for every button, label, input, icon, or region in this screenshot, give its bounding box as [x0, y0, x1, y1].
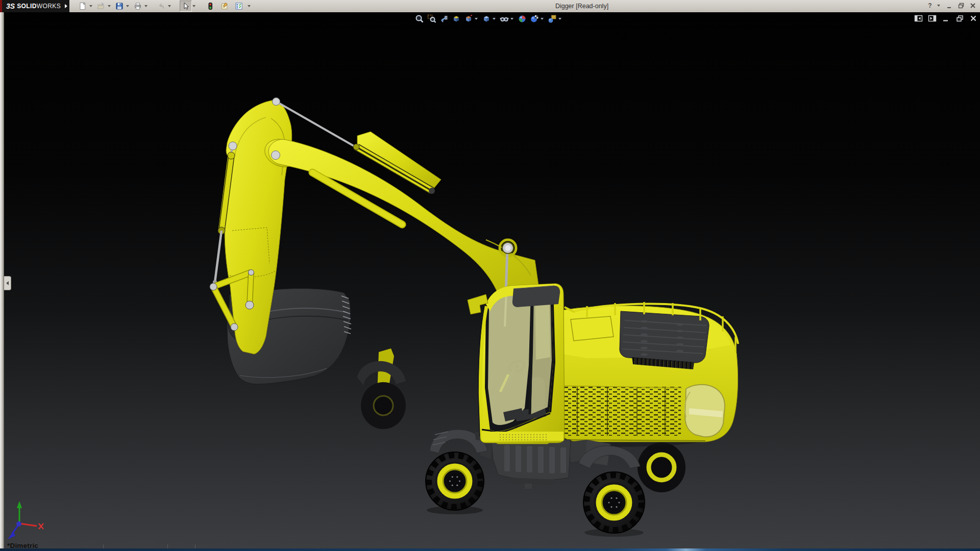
- close-document-button[interactable]: [968, 14, 978, 22]
- select-tool-button[interactable]: [180, 1, 192, 12]
- display-style-button[interactable]: [480, 14, 492, 24]
- windshield-glass: [488, 292, 531, 425]
- rear-opening: [685, 385, 725, 437]
- z-axis-arrow: [8, 532, 15, 539]
- undo-dropdown-arrow[interactable]: [168, 5, 171, 7]
- zoom-to-area-icon: [427, 14, 436, 23]
- print-icon: [134, 2, 142, 10]
- solidworks-logo: 3S SOLID WORKS: [0, 0, 62, 12]
- help-icon: ?: [928, 2, 932, 9]
- pane-right-icon: [928, 15, 937, 22]
- status-separator: [167, 544, 168, 548]
- view-settings-button[interactable]: [528, 14, 540, 24]
- print-dropdown-arrow[interactable]: [144, 5, 148, 7]
- feature-manager-splitter[interactable]: [0, 12, 4, 548]
- save-floppy-icon: [115, 2, 124, 10]
- side-glass: [531, 290, 552, 414]
- new-document-icon: [79, 2, 87, 10]
- hide-show-items-button[interactable]: [498, 14, 510, 24]
- restore-button[interactable]: [956, 1, 966, 10]
- x-axis-label: [39, 523, 43, 529]
- simulation-button[interactable]: [204, 1, 216, 12]
- zoom-to-area-button[interactable]: [426, 14, 437, 24]
- open-button[interactable]: [95, 1, 107, 12]
- help-dropdown-arrow[interactable]: [937, 5, 940, 7]
- new-document-button[interactable]: [77, 1, 89, 12]
- sketch-notepad-icon: [220, 2, 229, 10]
- hide-show-dropdown-arrow[interactable]: [510, 18, 513, 20]
- undo-button[interactable]: [155, 1, 167, 12]
- view-settings-sphere-icon: [530, 14, 539, 23]
- side-vent-grilles: [556, 386, 682, 436]
- far-side-wheel[interactable]: [357, 348, 406, 429]
- open-dropdown-arrow[interactable]: [108, 5, 111, 7]
- feature-manager-collapse-tab[interactable]: [4, 276, 11, 290]
- document-title: Digger [Read-only]: [555, 3, 608, 10]
- excavator-model[interactable]: [0, 12, 980, 551]
- rear-right-wheel[interactable]: [638, 442, 685, 492]
- minimize-button[interactable]: [944, 1, 954, 10]
- graphics-viewport[interactable]: *Dimetric: [0, 12, 980, 551]
- edit-appearance-dropdown-arrow[interactable]: [558, 18, 561, 20]
- traffic-light-icon: [206, 2, 214, 10]
- flyout-arrow-icon: [65, 4, 67, 8]
- close-icon: [969, 2, 976, 9]
- edit-appearance-button[interactable]: [546, 14, 558, 24]
- options-checklist-icon: [235, 2, 243, 10]
- help-button[interactable]: ?: [925, 1, 935, 10]
- view-orientation-button[interactable]: [462, 14, 474, 24]
- pane-right-button[interactable]: [927, 14, 937, 22]
- edit-appearance-icon: [548, 14, 557, 23]
- restore-icon: [958, 2, 965, 9]
- sketch-notes-button[interactable]: [218, 1, 231, 12]
- solidworks-window: 3S SOLID WORKS: [0, 0, 980, 551]
- display-style-icon: [482, 14, 491, 23]
- options-button[interactable]: [233, 1, 245, 12]
- collapse-arrow-icon: [6, 281, 9, 285]
- brand-works: WORKS: [37, 3, 61, 10]
- section-view-button[interactable]: [450, 14, 462, 24]
- brand-3ds-icon: 3S: [6, 2, 15, 10]
- save-dropdown-arrow[interactable]: [126, 5, 129, 7]
- minimize-icon: [946, 2, 953, 9]
- options-dropdown-arrow[interactable]: [248, 5, 251, 7]
- apply-scene-sphere-icon: [518, 14, 527, 23]
- engine-cover[interactable]: [620, 311, 709, 369]
- orientation-triad[interactable]: [8, 501, 43, 539]
- taskbar-edge: [0, 548, 980, 551]
- status-separator: [103, 544, 104, 548]
- title-bar: 3S SOLID WORKS: [0, 0, 980, 13]
- previous-view-button[interactable]: [438, 14, 450, 24]
- close-button[interactable]: [968, 1, 978, 10]
- menu-flyout-button[interactable]: [62, 0, 69, 12]
- apply-scene-button[interactable]: [516, 14, 528, 24]
- window-controls: ?: [925, 1, 978, 10]
- new-dropdown-arrow[interactable]: [89, 5, 92, 7]
- cab[interactable]: [468, 284, 565, 443]
- open-folder-icon: [97, 2, 105, 10]
- y-axis-arrow: [17, 501, 22, 508]
- pane-left-button[interactable]: [913, 14, 923, 22]
- heads-up-view-toolbar: [413, 14, 564, 24]
- section-view-icon: [452, 14, 461, 23]
- view-orientation-icon: [464, 14, 473, 23]
- brand-solid: SOLID: [17, 3, 37, 10]
- display-style-dropdown-arrow[interactable]: [493, 18, 496, 20]
- rear-left-wheel[interactable]: [583, 472, 645, 537]
- document-window-controls: [913, 14, 978, 22]
- restore-document-button[interactable]: [954, 14, 965, 22]
- status-separator: [195, 544, 195, 548]
- view-orientation-dropdown-arrow[interactable]: [475, 18, 478, 20]
- previous-view-icon: [439, 14, 449, 23]
- select-dropdown-arrow[interactable]: [192, 5, 195, 7]
- select-cursor-icon: [182, 2, 190, 10]
- save-button[interactable]: [113, 1, 126, 12]
- zoom-to-fit-button[interactable]: [413, 14, 425, 24]
- view-settings-dropdown-arrow[interactable]: [541, 18, 544, 20]
- minimize-document-button[interactable]: [941, 14, 951, 22]
- zoom-to-fit-icon: [415, 14, 424, 23]
- restore-document-icon: [956, 15, 964, 22]
- print-button[interactable]: [132, 1, 144, 12]
- front-left-wheel[interactable]: [426, 452, 484, 514]
- pane-left-icon: [914, 15, 923, 22]
